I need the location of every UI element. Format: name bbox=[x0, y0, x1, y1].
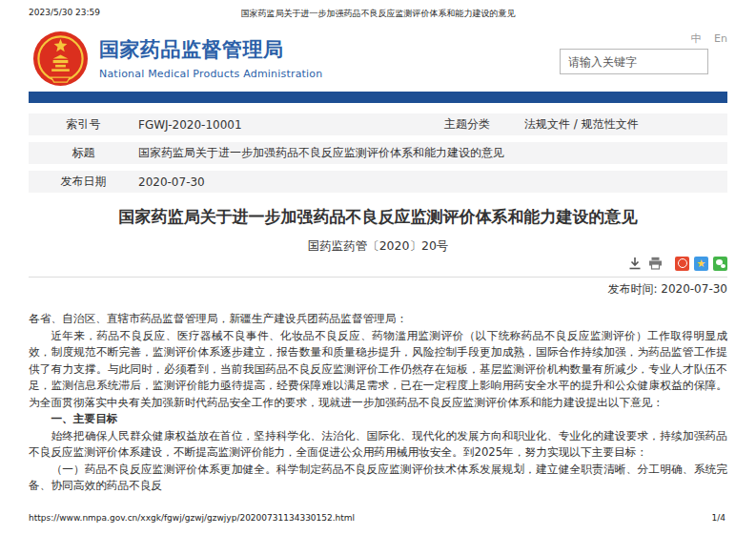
article-toolbar bbox=[627, 256, 727, 271]
search-input[interactable] bbox=[560, 49, 708, 74]
brand-text: 国家药品监督管理局 National Medical Products Admi… bbox=[99, 36, 322, 80]
meta-value-title: 国家药监局关于进一步加强药品不良反应监测评价体系和能力建设的意见 bbox=[138, 145, 727, 161]
paragraph-salutation: 各省、自治区、直辖市药品监督管理局，新疆生产建设兵团药品监督管理局： bbox=[29, 311, 727, 328]
document-meta-table: 索引号 FGWJ-2020-10001 主题分类 法规文件 / 规范性文件 标题… bbox=[29, 113, 727, 199]
language-switch: 中 En bbox=[682, 31, 727, 46]
print-page-title: 国家药监局关于进一步加强药品不良反应监测评价体系和能力建设的意见 bbox=[0, 8, 756, 20]
section-heading-main-goals: 一、主要目标 bbox=[29, 411, 727, 428]
meta-value-index-number: FGWJ-2020-10001 bbox=[138, 118, 410, 132]
meta-row-title: 标题 国家药监局关于进一步加强药品不良反应监测评价体系和能力建设的意见 bbox=[29, 142, 727, 164]
paragraph-goal-one: （一）药品不良反应监测评价体系更加健全。科学制定药品不良反应监测评价技术体系发展… bbox=[29, 462, 727, 495]
meta-label-publish-date: 发布日期 bbox=[29, 174, 138, 190]
page-number: 1/4 bbox=[712, 513, 725, 523]
org-name-zh: 国家药品监督管理局 bbox=[99, 36, 322, 63]
document-number: 国药监药管〔2020〕20号 bbox=[29, 238, 727, 255]
publish-time: 发布时间: 2020-07-30 bbox=[607, 281, 727, 298]
meta-row-publish-date: 发布日期 2020-07-30 bbox=[29, 171, 727, 193]
print-icon[interactable] bbox=[647, 256, 663, 271]
article-body: 各省、自治区、直辖市药品监督管理局，新疆生产建设兵团药品监督管理局： 近年来，药… bbox=[29, 311, 727, 509]
meta-value-publish-date: 2020-07-30 bbox=[138, 175, 727, 189]
meta-row-index: 索引号 FGWJ-2020-10001 主题分类 法规文件 / 规范性文件 bbox=[29, 113, 727, 135]
weibo-share-icon[interactable] bbox=[675, 257, 689, 271]
qzone-share-icon[interactable] bbox=[694, 257, 708, 271]
paragraph-intro: 近年来，药品不良反应、医疗器械不良事件、化妆品不良反应、药物滥用监测评价（以下统… bbox=[29, 328, 727, 412]
wechat-share-icon[interactable] bbox=[713, 257, 727, 271]
print-preview-page: 2023/5/30 23:59 国家药监局关于进一步加强药品不良反应监测评价体系… bbox=[0, 0, 756, 535]
divider-line bbox=[29, 277, 727, 278]
print-header: 2023/5/30 23:59 国家药监局关于进一步加强药品不良反应监测评价体系… bbox=[0, 8, 756, 21]
search-box bbox=[560, 49, 708, 74]
site-header: 国家药品监督管理局 National Medical Products Admi… bbox=[29, 31, 727, 90]
meta-label-topic-category: 主题分类 bbox=[410, 116, 524, 133]
download-icon[interactable] bbox=[627, 256, 643, 271]
lang-zh-toggle[interactable]: 中 bbox=[691, 32, 702, 45]
lang-en-toggle[interactable]: En bbox=[714, 32, 727, 45]
source-url: https://www.nmpa.gov.cn/xxgk/fgwj/gzwj/g… bbox=[29, 513, 355, 523]
meta-value-topic-category: 法规文件 / 规范性文件 bbox=[524, 116, 727, 133]
national-emblem-logo[interactable] bbox=[32, 31, 89, 87]
nav-bar bbox=[29, 92, 727, 103]
article-title: 国家药监局关于进一步加强药品不良反应监测评价体系和能力建设的意见 bbox=[29, 206, 727, 228]
org-name-en: National Medical Products Administration bbox=[99, 68, 322, 80]
meta-label-index-number: 索引号 bbox=[29, 116, 138, 133]
paragraph-goals-overview: 始终把确保人民群众健康权益放在首位，坚持科学化、法治化、国际化、现代化的发展方向… bbox=[29, 428, 727, 462]
meta-label-title: 标题 bbox=[29, 145, 138, 161]
